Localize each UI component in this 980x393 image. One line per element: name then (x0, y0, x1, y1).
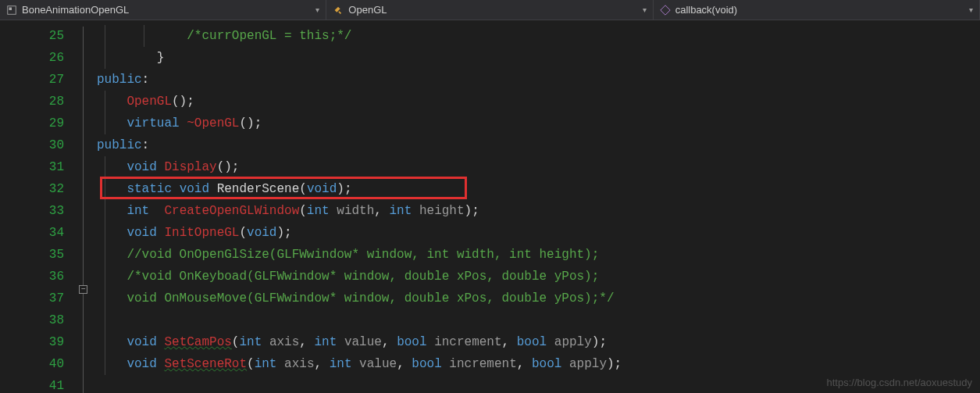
param: width (337, 204, 374, 218)
brace: } (157, 51, 165, 65)
param: axis (269, 335, 299, 349)
keyword: bool (517, 335, 547, 349)
breadcrumb-project-label: BoneAnimationOpenGL (22, 4, 311, 16)
keyword: int (307, 204, 330, 218)
paren: ( (232, 335, 240, 349)
keyword: virtual (127, 116, 179, 130)
code-line: public: (97, 134, 980, 156)
paren: ( (299, 182, 307, 196)
keyword: void (127, 335, 156, 349)
code-line: void OnMouseMove(GLFWwindow* window, dou… (97, 288, 980, 309)
line-number: 34 (0, 222, 64, 244)
keyword: bool (412, 357, 441, 371)
paren: ( (239, 226, 247, 240)
line-number: 25 (0, 25, 64, 47)
keyword: static (127, 182, 172, 196)
code-line: OpenGL(); (97, 91, 980, 113)
keyword: int (239, 335, 262, 349)
paren: ( (247, 357, 255, 371)
code-line: void SetCamPos(int axis, int value, bool… (97, 331, 980, 353)
paren: ); (465, 204, 479, 218)
fold-guide-line (83, 27, 84, 393)
param: increment (434, 335, 501, 349)
comma: , (502, 335, 517, 349)
param: height (419, 204, 465, 218)
line-number: 39 (0, 331, 64, 353)
param: axis (284, 357, 314, 371)
code-editor[interactable]: 25 26 27 28 29 30 31 32 33 34 35 36 37 3… (0, 20, 980, 393)
param: apply (569, 357, 607, 371)
line-number: 31 (0, 156, 64, 178)
code-line: /*currOpenGL = this;*/ (97, 25, 980, 47)
comma: , (374, 204, 389, 218)
breadcrumb-class-label: OpenGL (348, 4, 637, 16)
line-number: 27 (0, 69, 64, 91)
keyword: void (247, 226, 276, 240)
code-line: } (97, 47, 980, 69)
fold-strip: − (78, 20, 97, 393)
breadcrumb-project[interactable]: BoneAnimationOpenGL ▾ (0, 0, 326, 20)
keyword: int (255, 357, 277, 371)
method: InitOpneGL (164, 226, 239, 240)
dtor: OpenGL (194, 116, 240, 130)
line-number: 35 (0, 244, 64, 266)
comma: , (314, 357, 329, 371)
line-number: 37 (0, 288, 64, 309)
line-number: 33 (0, 200, 64, 222)
paren: ); (276, 226, 291, 240)
method-icon (660, 5, 671, 16)
tilde: ~ (187, 116, 194, 130)
param: increment (449, 357, 516, 371)
project-icon (6, 5, 17, 16)
svg-rect-1 (9, 7, 12, 10)
keyword: bool (397, 335, 426, 349)
keyword: void (180, 182, 209, 196)
line-number-gutter: 25 26 27 28 29 30 31 32 33 34 35 36 37 3… (0, 20, 78, 393)
svg-rect-2 (660, 5, 669, 14)
comma: , (382, 335, 397, 349)
comma: , (299, 335, 314, 349)
method: RenderScene (217, 182, 300, 196)
code-line: virtual ~OpenGL(); (97, 113, 980, 134)
line-number: 36 (0, 266, 64, 288)
comment: /*void OnKeyboad(GLFWwindow* window, dou… (127, 270, 599, 284)
keyword: public (97, 73, 142, 87)
paren: ); (607, 357, 622, 371)
breadcrumb-toolbar: BoneAnimationOpenGL ▾ OpenGL ▾ callback(… (0, 0, 980, 20)
colon: : (142, 138, 150, 152)
paren: ); (337, 182, 351, 196)
method: Display (164, 160, 216, 174)
keyword: public (97, 138, 142, 152)
keyword: int (390, 204, 412, 218)
code-area[interactable]: /*currOpenGL = this;*/ } public: OpenGL(… (97, 20, 980, 393)
code-line: void Display(); (97, 156, 980, 178)
comment: //void OnOpenGlSize(GLFWwindow* window, … (127, 248, 599, 262)
ctor: OpenGL (127, 95, 172, 109)
chevron-down-icon: ▾ (969, 5, 973, 14)
keyword: int (330, 357, 352, 371)
code-line: static void RenderScene(void); (97, 178, 980, 200)
keyword: bool (532, 357, 561, 371)
breadcrumb-method[interactable]: callback(void) ▾ (654, 0, 980, 20)
breadcrumb-method-label: callback(void) (675, 4, 964, 16)
line-number: 40 (0, 353, 64, 375)
code-line: void SetSceneRot(int axis, int value, bo… (97, 353, 980, 375)
comment: /*currOpenGL = this;*/ (187, 29, 351, 43)
paren: ( (299, 204, 307, 218)
keyword: void (127, 226, 156, 240)
keyword: void (307, 182, 337, 196)
code-line: void InitOpneGL(void); (97, 222, 980, 244)
parens: (); (172, 95, 194, 109)
breadcrumb-class[interactable]: OpenGL ▾ (326, 0, 653, 20)
line-number: 28 (0, 91, 64, 113)
line-number: 32 (0, 178, 64, 200)
class-icon (333, 5, 344, 16)
comment: void OnMouseMove(GLFWwindow* window, dou… (127, 291, 614, 305)
method: SetSceneRot (164, 357, 247, 371)
comma: , (397, 357, 412, 371)
fold-toggle[interactable]: − (79, 285, 87, 294)
chevron-down-icon: ▾ (643, 5, 647, 14)
line-number: 38 (0, 309, 64, 331)
keyword: int (127, 204, 149, 218)
parens: (); (239, 116, 262, 130)
